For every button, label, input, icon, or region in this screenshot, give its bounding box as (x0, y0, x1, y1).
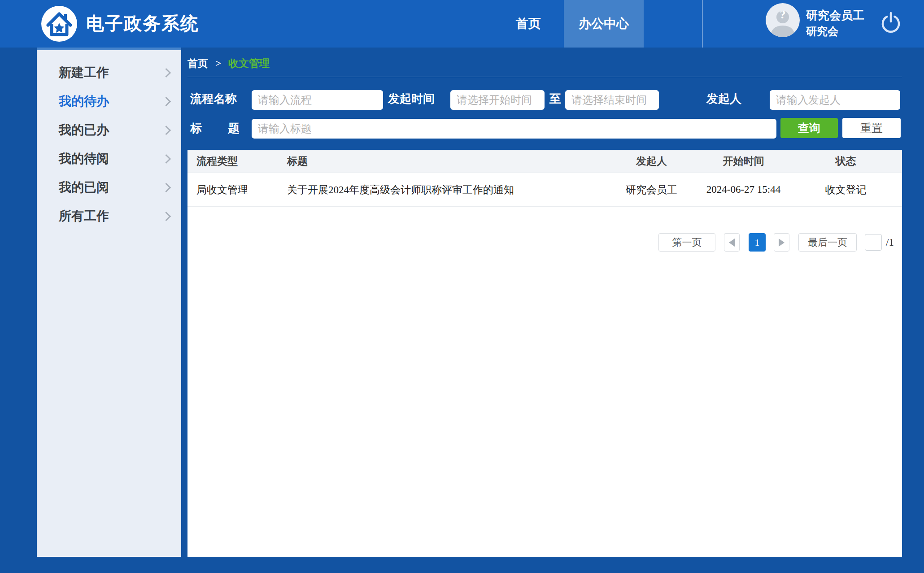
table-panel: 流程类型 标题 发起人 开始时间 状态 局收文管理 关于开展2024年度高级会计… (187, 150, 902, 557)
user-org: 研究会 (806, 24, 864, 39)
breadcrumb: 首页 > 收文管理 (187, 55, 270, 73)
column-header-status: 状态 (789, 154, 902, 168)
sidebar-item-all-work[interactable]: 所有工作 (37, 202, 181, 230)
cell-status: 收文登记 (789, 183, 902, 197)
chevron-right-icon (161, 154, 171, 163)
cell-process-type: 局收文管理 (187, 183, 287, 197)
title-input[interactable] (252, 119, 776, 139)
sidebar-item-new-work[interactable]: 新建工作 (37, 58, 181, 87)
right-triangle-icon (779, 239, 785, 247)
power-icon[interactable] (879, 11, 902, 34)
header-divider (702, 0, 703, 48)
sidebar-item-my-todo[interactable]: 我的待办 (37, 87, 181, 116)
left-triangle-icon (729, 239, 735, 247)
user-name: 研究会员工 (806, 8, 864, 24)
page-total-label: /1 (886, 233, 894, 252)
last-page-button[interactable]: 最后一页 (798, 233, 857, 252)
sidebar-item-label: 我的待阅 (59, 150, 109, 167)
chevron-right-icon (161, 211, 171, 221)
to-label: 至 (548, 89, 563, 109)
column-header-initiator: 发起人 (606, 154, 697, 168)
title-label: 标题 (190, 119, 240, 139)
current-page-button[interactable]: 1 (749, 233, 766, 252)
end-time-input[interactable] (565, 90, 659, 110)
process-name-input[interactable] (252, 90, 383, 110)
nav-item-office-center[interactable]: 办公中心 (564, 0, 644, 48)
prev-page-button[interactable] (724, 233, 740, 252)
cell-start-time: 2024-06-27 15:44 (697, 184, 789, 195)
app-title: 电子政务系统 (86, 0, 199, 48)
cell-initiator: 研究会员工 (606, 183, 697, 197)
chevron-right-icon (161, 125, 171, 135)
chevron-right-icon (161, 96, 171, 106)
app-logo-house-star-icon (41, 6, 77, 42)
start-time-input[interactable] (450, 90, 545, 110)
user-info: 研究会员工 研究会 (806, 8, 864, 39)
sidebar-item-label: 所有工作 (59, 208, 109, 225)
table-header-row: 流程类型 标题 发起人 开始时间 状态 (187, 150, 902, 173)
search-button[interactable]: 查询 (780, 118, 838, 138)
sidebar-item-my-done[interactable]: 我的已办 (37, 116, 181, 144)
column-header-type: 流程类型 (187, 154, 287, 168)
start-time-label: 发起时间 (388, 89, 437, 109)
header-bar: 电子政务系统 首页 办公中心 ? 研究会员工 研究会 (0, 0, 924, 48)
column-header-title: 标题 (287, 154, 606, 168)
chevron-right-icon (161, 182, 171, 192)
main-content: 首页 > 收文管理 流程名称 发起时间 至 发起人 标题 查询 重置 流程类型 … (187, 48, 902, 557)
avatar-question-glyph: ? (780, 8, 786, 21)
sidebar: 新建工作 我的待办 我的已办 我的待阅 我的已阅 所有工作 (37, 48, 181, 557)
sidebar-item-label: 我的已阅 (59, 179, 109, 196)
breadcrumb-current: 收文管理 (228, 55, 270, 73)
next-page-button[interactable] (774, 233, 789, 252)
breadcrumb-separator: > (215, 55, 221, 73)
reset-button[interactable]: 重置 (842, 118, 901, 138)
sidebar-item-label: 我的待办 (59, 93, 109, 110)
sidebar-item-label: 新建工作 (59, 64, 109, 81)
page-jump-input[interactable] (865, 234, 882, 251)
sidebar-item-my-read[interactable]: 我的已阅 (37, 173, 181, 202)
nav-item-home[interactable]: 首页 (501, 0, 555, 48)
breadcrumb-divider (187, 77, 902, 77)
cell-title[interactable]: 关于开展2024年度高级会计师职称评审工作的通知 (287, 183, 606, 197)
chevron-right-icon (161, 68, 171, 77)
sidebar-item-my-to-read[interactable]: 我的待阅 (37, 144, 181, 173)
column-header-start-time: 开始时间 (697, 154, 789, 168)
initiator-label: 发起人 (706, 89, 747, 109)
initiator-input[interactable] (770, 90, 900, 110)
sidebar-item-label: 我的已办 (59, 122, 109, 139)
process-name-label: 流程名称 (190, 89, 240, 109)
first-page-button[interactable]: 第一页 (658, 233, 715, 252)
table-row[interactable]: 局收文管理 关于开展2024年度高级会计师职称评审工作的通知 研究会员工 202… (187, 173, 902, 207)
breadcrumb-home-link[interactable]: 首页 (187, 55, 208, 73)
user-avatar[interactable]: ? (766, 3, 800, 37)
